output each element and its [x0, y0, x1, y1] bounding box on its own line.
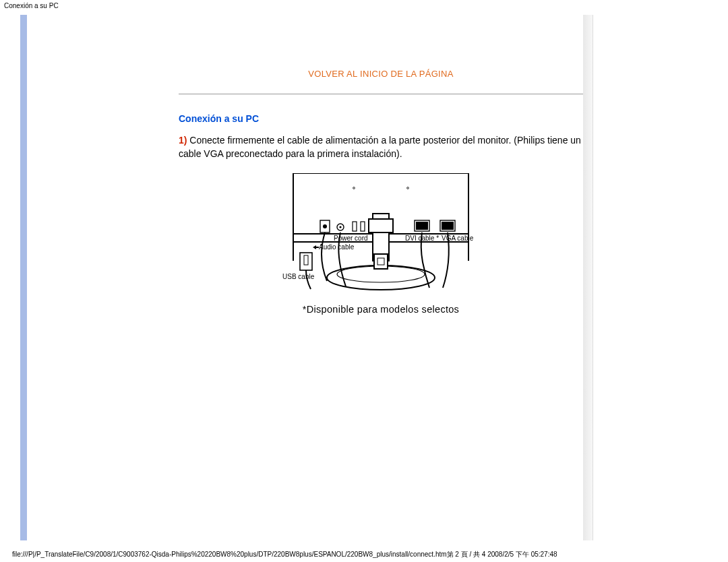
label-dvi-cable: DVI cable *: [405, 235, 439, 242]
step-number: 1): [179, 135, 187, 146]
diagram-caption: *Disponible para modelos selectos: [273, 304, 489, 315]
svg-rect-16: [353, 222, 357, 231]
step-body: Conecte firmemente el cable de alimentac…: [179, 135, 581, 159]
step-1-text: 1) Conecte firmemente el cable de alimen…: [179, 133, 583, 161]
arrow-icon: [313, 245, 319, 249]
page-print-header: Conexión a su PC: [0, 0, 728, 15]
monitor-back-diagram: Power cord Audio cable USB cable DVI cab…: [273, 173, 489, 294]
svg-point-13: [323, 224, 327, 228]
diagram-container: Power cord Audio cable USB cable DVI cab…: [273, 173, 489, 315]
back-to-top-link[interactable]: VOLVER AL INICIO DE LA PÁGINA: [179, 69, 583, 79]
label-audio-cable: Audio cable: [319, 243, 355, 251]
content-column: VOLVER AL INICIO DE LA PÁGINA Conexión a…: [179, 15, 583, 540]
label-vga-cable: VGA cable: [442, 235, 474, 242]
label-power-cord: Power cord: [334, 235, 368, 242]
page-print-footer: file:///P|/P_TranslateFile/C9/2008/1/C90…: [0, 550, 728, 559]
svg-rect-23: [304, 255, 308, 265]
outer-frame: VOLVER AL INICIO DE LA PÁGINA Conexión a…: [20, 15, 708, 540]
label-usb-cable: USB cable: [282, 273, 315, 280]
svg-rect-19: [416, 222, 428, 230]
inner-frame: VOLVER AL INICIO DE LA PÁGINA Conexión a…: [27, 15, 708, 540]
svg-rect-21: [442, 222, 454, 230]
divider: [179, 94, 583, 94]
right-divider: [583, 15, 593, 540]
svg-rect-11: [377, 258, 384, 265]
svg-rect-7: [369, 219, 393, 232]
svg-point-15: [339, 226, 341, 228]
section-title: Conexión a su PC: [179, 113, 583, 124]
svg-rect-17: [361, 222, 365, 231]
